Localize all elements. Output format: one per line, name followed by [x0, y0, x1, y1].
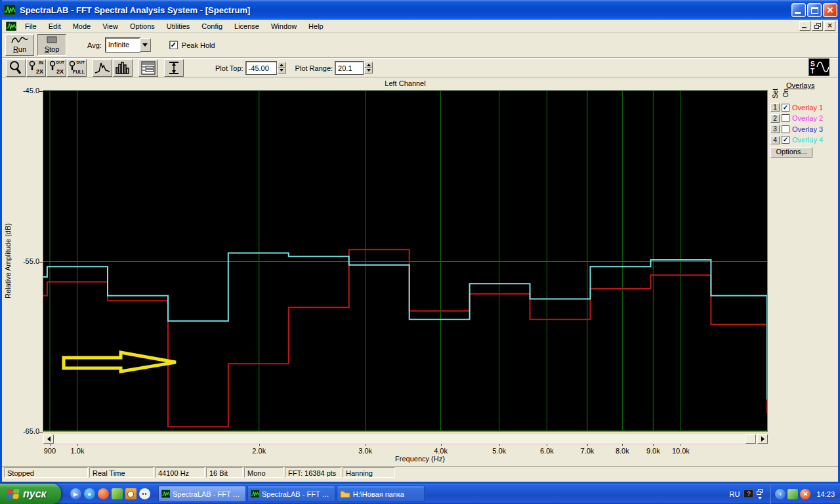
spectrum-plot-canvas — [43, 91, 767, 431]
task-button-2[interactable]: SpectraLAB - FFT Spe... — [247, 486, 335, 502]
overlay-row: 1✓Overlay 1 — [770, 102, 823, 112]
zoom-out-caption: OUT — [56, 60, 64, 64]
browser-icon[interactable] — [98, 488, 109, 499]
y-tick-mark — [39, 91, 43, 92]
plot-top-field[interactable]: -45.00 — [246, 62, 276, 74]
menu-item-options[interactable]: Options — [124, 20, 161, 32]
zoom-in-2x-button[interactable]: IN 2X — [26, 59, 46, 77]
menu-item-edit[interactable]: Edit — [43, 20, 67, 32]
x-tick-label: 1.0k — [64, 447, 91, 455]
x-tick-label: 3.0k — [352, 447, 379, 455]
overlay-set-button-3[interactable]: 3 — [770, 125, 780, 133]
overlay-label: Overlay 4 — [792, 136, 823, 144]
stop-button[interactable]: Stop — [37, 34, 66, 56]
overlay-on-checkbox-3[interactable] — [782, 125, 789, 133]
taskbar-clock: 14:23 — [816, 490, 835, 498]
task-button-1[interactable]: SpectraLAB - FFT Spe... — [158, 486, 246, 502]
overlay-set-button-2[interactable]: 2 — [770, 114, 780, 123]
green-utility-icon[interactable] — [788, 489, 798, 499]
scroll-right-button[interactable] — [757, 434, 768, 444]
overlay-on-checkbox-2[interactable] — [782, 114, 789, 122]
plot-horizontal-scrollbar[interactable] — [43, 432, 768, 444]
overlay-set-button-1[interactable]: 1 — [770, 103, 780, 112]
maximize-button[interactable] — [807, 3, 822, 17]
peak-hold-label: Peak Hold — [182, 41, 215, 49]
mdi-minimize-button[interactable] — [799, 21, 810, 31]
messenger-icon[interactable] — [139, 488, 150, 499]
peak-hold-checkbox[interactable]: ✓ — [169, 41, 178, 49]
line-plot-mode-button[interactable] — [93, 59, 112, 77]
overlay-on-checkbox-4[interactable]: ✓ — [782, 136, 789, 144]
x-axis-title: Frequency (Hz) — [368, 455, 472, 463]
spin-down-icon[interactable] — [364, 68, 373, 74]
avg-combobox[interactable]: Infinite — [106, 38, 151, 52]
task-button-label: H:\Новая папка — [353, 490, 404, 498]
y-tick-label: -55.0 — [10, 257, 39, 265]
x-tick-label: 5.0k — [486, 447, 513, 455]
status-segment: 16 Bit — [206, 467, 243, 478]
spin-up-icon[interactable] — [364, 62, 373, 68]
task-button-3[interactable]: H:\Новая папка — [337, 486, 425, 502]
menu-item-config[interactable]: Config — [196, 20, 228, 32]
overlays-set-column-label: Set — [772, 89, 779, 98]
media-player-icon[interactable]: ▶ — [70, 488, 81, 499]
minimize-button[interactable] — [791, 3, 806, 17]
menu-item-license[interactable]: License — [228, 20, 265, 32]
zoom-out-sub: 2X — [56, 68, 64, 75]
mdi-restore-button[interactable] — [812, 21, 823, 31]
language-bar-options-icon[interactable] — [757, 488, 765, 500]
st-icon-s: S — [810, 60, 815, 68]
zoom-in-sub: 2X — [36, 68, 43, 75]
mdi-child-icon — [6, 22, 16, 31]
menu-item-help[interactable]: Help — [303, 20, 329, 32]
plot-top-label: Plot Top: — [215, 64, 243, 72]
zoom-full-button[interactable]: OUT FULL — [67, 59, 87, 77]
zoom-tool-button[interactable] — [6, 59, 26, 77]
plot-range-field[interactable]: 20.1 — [335, 62, 363, 74]
vertical-range-icon — [165, 60, 183, 76]
status-segment: FFT: 16384 pts — [285, 467, 341, 478]
language-indicator[interactable]: RU — [730, 490, 740, 498]
menu-bar: FileEditModeViewOptionsUtilitiesConfigLi… — [2, 20, 838, 33]
plot-range-label: Plot Range: — [295, 64, 333, 72]
menu-item-file[interactable]: File — [19, 20, 43, 32]
settings-panel-icon — [139, 60, 158, 76]
menu-items: FileEditModeViewOptionsUtilitiesConfigLi… — [19, 20, 329, 32]
tray-divider — [770, 484, 771, 504]
menu-item-window[interactable]: Window — [265, 20, 303, 32]
windows-flag-icon — [6, 489, 20, 499]
start-button[interactable]: пуск — [0, 484, 61, 504]
overlay-set-button-4[interactable]: 4 — [770, 136, 780, 144]
spin-up-icon[interactable] — [278, 62, 286, 68]
stop-square-icon — [47, 36, 57, 44]
x-tick-label: 9.0k — [640, 447, 666, 455]
vertical-scale-button[interactable] — [164, 59, 184, 77]
keyboard-layout-icon[interactable]: ? — [744, 490, 753, 498]
zoom-full-sub: FULL — [73, 70, 85, 74]
spin-down-icon[interactable] — [278, 68, 286, 74]
plot-top-spinner[interactable] — [278, 62, 286, 74]
status-segment: Real Time — [89, 467, 154, 478]
mdi-close-button[interactable]: × — [824, 21, 835, 31]
menu-item-utilities[interactable]: Utilities — [161, 20, 196, 32]
zoom-in-caption: IN — [39, 60, 43, 65]
bar-plot-mode-button[interactable] — [113, 59, 133, 77]
security-alert-icon[interactable]: ✕ — [800, 489, 810, 499]
green-app-icon[interactable] — [112, 488, 123, 499]
clock-app-icon[interactable] — [125, 488, 136, 499]
run-button[interactable]: Run — [5, 34, 34, 56]
collapse-chevron-icon[interactable]: ‹ — [775, 489, 786, 499]
display-options-button[interactable] — [138, 59, 158, 77]
scrollbar-thumb[interactable] — [746, 434, 756, 444]
avg-value: Infinite — [106, 38, 140, 52]
internet-explorer-icon[interactable]: e — [84, 488, 95, 499]
scroll-left-button[interactable] — [43, 434, 54, 444]
zoom-out-2x-button[interactable]: OUT 2X — [47, 59, 66, 77]
menu-item-view[interactable]: View — [96, 20, 124, 32]
menu-item-mode[interactable]: Mode — [67, 20, 97, 32]
plot-range-spinner[interactable] — [364, 62, 373, 74]
combo-dropdown-icon[interactable] — [140, 38, 151, 52]
close-button[interactable]: ✕ — [823, 3, 837, 17]
overlay-on-checkbox-1[interactable]: ✓ — [782, 104, 789, 112]
overlays-options-button[interactable]: Options... — [770, 147, 812, 158]
